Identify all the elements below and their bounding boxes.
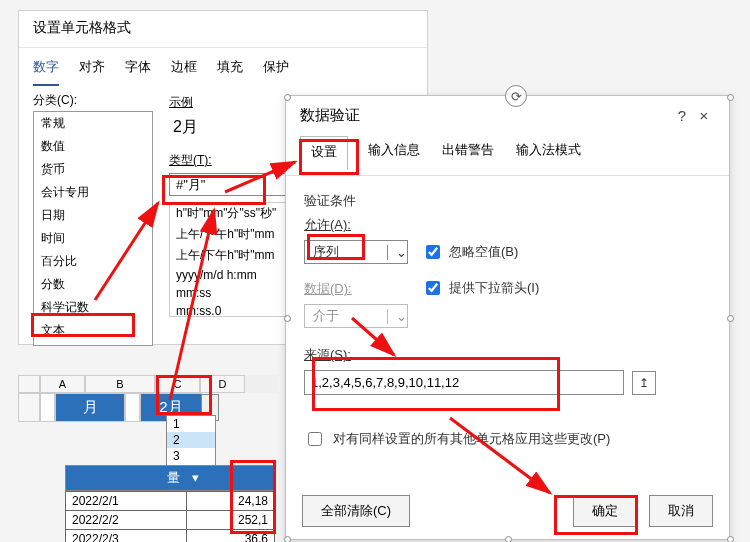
list-item[interactable]: 特殊	[34, 342, 152, 346]
cancel-button[interactable]: 取消	[649, 495, 713, 527]
list-item[interactable]: 常规	[34, 112, 152, 135]
chevron-down-icon: ⌄	[387, 309, 407, 324]
data-combobox: 介于 ⌄	[304, 304, 408, 328]
cell[interactable]	[40, 393, 55, 422]
list-item-selected[interactable]: 2	[167, 432, 215, 448]
col-header[interactable]: C	[155, 375, 200, 393]
apply-all-label: 对有同样设置的所有其他单元格应用这些更改(P)	[333, 430, 610, 448]
dv-tabs: 设置 输入信息 出错警告 输入法模式	[286, 135, 729, 176]
list-item[interactable]: 货币	[34, 158, 152, 181]
allow-combobox[interactable]: 序列 ⌄	[304, 240, 408, 264]
cell-text: 2月	[159, 398, 182, 415]
cell[interactable]: 252,1	[187, 511, 275, 530]
list-item[interactable]: 分数	[34, 273, 152, 296]
list-item[interactable]: 数值	[34, 135, 152, 158]
tab-font[interactable]: 字体	[125, 54, 151, 86]
tab-protection[interactable]: 保护	[263, 54, 289, 86]
cell[interactable]: 36,6	[187, 530, 275, 543]
column-headers: A B C D	[18, 375, 278, 393]
category-list[interactable]: 常规 数值 货币 会计专用 日期 时间 百分比 分数 科学记数 文本 特殊 自定…	[33, 111, 153, 346]
checkbox-input[interactable]	[426, 245, 440, 259]
chevron-down-icon: ⌄	[387, 245, 407, 260]
col-header[interactable]: D	[200, 375, 245, 393]
allow-label: 允许(A):	[304, 216, 711, 234]
list-item[interactable]: 时间	[34, 227, 152, 250]
ok-button[interactable]: 确定	[573, 495, 637, 527]
cell[interactable]: 2022/2/1	[66, 492, 187, 511]
cell[interactable]: 24,18	[187, 492, 275, 511]
tab-settings[interactable]: 设置	[300, 136, 348, 170]
table-row: 2022/2/124,18	[66, 492, 275, 511]
table-row: 2022/2/336,6	[66, 530, 275, 543]
cell[interactable]: 2022/2/3	[66, 530, 187, 543]
checkbox-input[interactable]	[426, 281, 440, 295]
help-icon[interactable]: ?	[671, 107, 693, 124]
row-header[interactable]	[18, 393, 40, 422]
tab-border[interactable]: 边框	[171, 54, 197, 86]
month-header-cell[interactable]: 月	[55, 393, 125, 422]
cell[interactable]: 2022/2/2	[66, 511, 187, 530]
corner-cell[interactable]	[18, 375, 40, 393]
worksheet-fragment: A B C D 月 2月	[18, 375, 278, 422]
col-header[interactable]: A	[40, 375, 85, 393]
checkbox-label: 提供下拉箭头(I)	[449, 279, 539, 297]
data-value: 介于	[305, 307, 347, 325]
data-table: 量 ▾ 2022/2/124,18 2022/2/2252,1 2022/2/3…	[65, 465, 275, 542]
apply-all-checkbox[interactable]	[308, 432, 322, 446]
list-item[interactable]: 百分比	[34, 250, 152, 273]
table-row: 2022/2/2252,1	[66, 511, 275, 530]
ignore-blank-checkbox[interactable]: 忽略空值(B)	[422, 242, 518, 262]
criteria-label: 验证条件	[304, 192, 711, 210]
dialog-buttons: 全部清除(C) 确定 取消	[286, 495, 729, 527]
format-cells-title: 设置单元格格式	[19, 11, 427, 48]
tab-ime-mode[interactable]: 输入法模式	[514, 135, 583, 169]
close-icon[interactable]: ×	[693, 107, 715, 124]
tab-input-message[interactable]: 输入信息	[366, 135, 422, 169]
values-header[interactable]: 量 ▾	[65, 465, 275, 491]
tab-number[interactable]: 数字	[33, 54, 59, 86]
cell[interactable]	[125, 393, 140, 422]
category-label: 分类(C):	[33, 92, 153, 109]
list-item[interactable]: 1	[167, 416, 215, 432]
clear-all-button[interactable]: 全部清除(C)	[302, 495, 410, 527]
data-validation-dialog: 数据验证 ? × 设置 输入信息 出错警告 输入法模式 验证条件 允许(A): …	[285, 95, 730, 540]
dv-title: 数据验证	[300, 106, 360, 125]
range-picker-icon[interactable]: ↥	[632, 371, 656, 395]
col-header[interactable]: B	[85, 375, 155, 393]
list-item[interactable]: 文本	[34, 319, 152, 342]
source-input[interactable]	[304, 370, 624, 395]
tab-alignment[interactable]: 对齐	[79, 54, 105, 86]
list-item[interactable]: 日期	[34, 204, 152, 227]
allow-value: 序列	[305, 243, 347, 261]
source-label: 来源(S):	[304, 346, 711, 364]
format-cells-tabs: 数字 对齐 字体 边框 填充 保护	[19, 48, 427, 86]
list-item[interactable]: 科学记数	[34, 296, 152, 319]
tab-error-alert[interactable]: 出错警告	[440, 135, 496, 169]
list-item[interactable]: 会计专用	[34, 181, 152, 204]
tab-fill[interactable]: 填充	[217, 54, 243, 86]
in-cell-dropdown-checkbox[interactable]: 提供下拉箭头(I)	[422, 278, 539, 298]
rotate-handle-icon[interactable]: ⟳	[505, 85, 527, 107]
data-label: 数据(D):	[304, 280, 408, 298]
checkbox-label: 忽略空值(B)	[449, 243, 518, 261]
list-item[interactable]: 3	[167, 448, 215, 464]
